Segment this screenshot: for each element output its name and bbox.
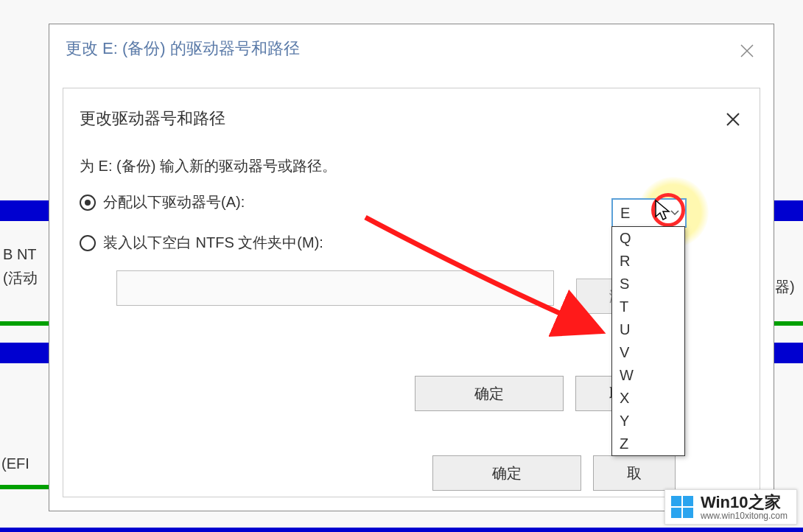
drive-option[interactable]: X [612, 387, 684, 410]
outer-dialog: 更改 E: (备份) 的驱动器号和路径 更改驱动器号和路径 为 E: (备份) … [49, 24, 774, 511]
drive-option[interactable]: Y [612, 410, 684, 433]
drive-option[interactable]: Q [612, 227, 684, 250]
radio-assign[interactable] [80, 195, 96, 211]
svg-rect-1 [683, 496, 693, 506]
drive-letter-value: E [613, 205, 665, 222]
radio-assign-label: 分配以下驱动器号(A): [103, 192, 245, 212]
drive-option[interactable]: V [612, 341, 684, 364]
drive-option[interactable]: R [612, 250, 684, 273]
drive-letter-combo[interactable]: E [611, 198, 687, 228]
outer-ok-button[interactable]: 确定 [432, 455, 581, 491]
outer-dialog-title: 更改 E: (备份) 的驱动器号和路径 [49, 24, 774, 67]
drive-option[interactable]: U [612, 318, 684, 341]
bg-partial-4: 器) [775, 277, 795, 297]
inner-close-button[interactable] [723, 109, 743, 130]
radio-mount-label: 装入以下空白 NTFS 文件夹中(M): [103, 233, 323, 253]
watermark: Win10之家 www.win10xitong.com [665, 489, 797, 525]
chevron-down-icon[interactable] [665, 200, 685, 226]
drive-letter-dropdown[interactable]: Q R S T U V W X Y Z [611, 226, 685, 456]
inner-dialog: 更改驱动器号和路径 为 E: (备份) 输入新的驱动器号或路径。 分配以下驱动器… [63, 88, 760, 497]
drive-option[interactable]: Z [612, 433, 684, 455]
watermark-title: Win10之家 [701, 494, 788, 511]
bg-partial-3: (EFI [1, 455, 29, 472]
windows-logo-icon [670, 494, 695, 519]
svg-rect-2 [671, 508, 681, 518]
drive-option[interactable]: W [612, 364, 684, 387]
svg-rect-3 [683, 508, 693, 518]
inner-ok-button[interactable]: 确定 [415, 376, 564, 411]
bg-partial-2: (活动 [3, 268, 38, 288]
instruction-text: 为 E: (备份) 输入新的驱动器号或路径。 [63, 134, 760, 182]
outer-cancel-button[interactable]: 取 [593, 455, 676, 491]
mount-path-input[interactable] [116, 270, 554, 306]
outer-close-button[interactable] [737, 41, 757, 61]
drive-option[interactable]: T [612, 295, 684, 318]
watermark-url: www.win10xitong.com [701, 511, 788, 521]
bg-partial-1: B NT [3, 246, 37, 263]
inner-dialog-title: 更改驱动器号和路径 [63, 88, 760, 134]
svg-rect-0 [671, 496, 681, 506]
drive-option[interactable]: S [612, 273, 684, 295]
radio-mount[interactable] [80, 235, 96, 251]
